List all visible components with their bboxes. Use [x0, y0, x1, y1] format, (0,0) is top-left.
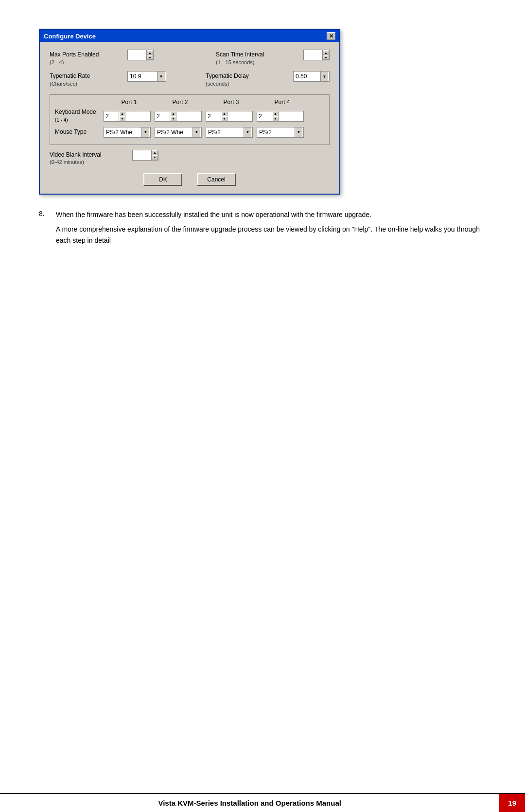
row-max-ports-scan: Max Ports Enabled (2 - 4) 4 ▲ ▼ — [50, 50, 330, 66]
video-blank-up[interactable]: ▲ — [152, 150, 158, 155]
dialog-title: Configure Device — [44, 33, 96, 40]
scan-time-input[interactable]: 7 — [304, 50, 322, 60]
video-blank-label: Video Blank Interval (0-42 minutes) — [50, 150, 132, 166]
video-blank-control: 20 ▲ ▼ — [132, 150, 158, 161]
kb-up-2[interactable]: ▲ — [170, 111, 176, 116]
mouse-val-2: PS/2 Whe — [157, 129, 191, 136]
kb-spinbox-2[interactable]: ▲ ▼ — [155, 111, 202, 122]
keyboard-mode-port3: ▲ ▼ — [206, 111, 253, 122]
mouse-dropdown-2[interactable]: PS/2 Whe ▼ — [155, 127, 202, 138]
mouse-type-label: Mouse Type — [55, 128, 104, 136]
kb-down-4[interactable]: ▼ — [272, 116, 279, 121]
kb-up-4[interactable]: ▲ — [272, 111, 279, 116]
scan-time-control: 7 ▲ ▼ — [303, 50, 330, 60]
typematic-rate-dropdown[interactable]: 10.9 ▼ — [127, 71, 166, 82]
close-icon: ✕ — [329, 33, 333, 39]
typematic-rate-control: 10.9 ▼ — [127, 71, 166, 82]
kb-input-4[interactable] — [257, 111, 272, 121]
keyboard-mode-row: Keyboard Mode (1 - 4) ▲ ▼ — [55, 108, 324, 124]
kb-input-3[interactable] — [206, 111, 221, 121]
keyboard-mode-port2: ▲ ▼ — [155, 111, 202, 122]
kb-arrows-4: ▲ ▼ — [272, 111, 279, 121]
mouse-dropdown-4[interactable]: PS/2 ▼ — [257, 127, 304, 138]
mouse-type-port2: PS/2 Whe ▼ — [155, 127, 202, 138]
configure-device-dialog: Configure Device ✕ Max Ports Enabled (2 … — [39, 29, 340, 195]
kb-arrows-2: ▲ ▼ — [170, 111, 176, 121]
kb-spinbox-3[interactable]: ▲ ▼ — [206, 111, 253, 122]
typematic-rate-label: Typematic Rate (Chars/sec) — [50, 71, 127, 88]
typematic-rate-arrow: ▼ — [157, 72, 165, 81]
typematic-delay-control: 0.50 ▼ — [293, 71, 330, 82]
kb-arrows-1: ▲ ▼ — [119, 111, 125, 121]
mouse-arrow-2: ▼ — [192, 127, 200, 137]
step-8-line2: A more comprehensive explanation of the … — [56, 224, 486, 246]
mouse-type-port3: PS/2 ▼ — [206, 127, 253, 138]
keyboard-mode-label: Keyboard Mode (1 - 4) — [55, 108, 104, 124]
mouse-arrow-3: ▼ — [244, 127, 251, 137]
typematic-delay-label: Typematic Delay (seconds) — [206, 71, 293, 88]
scan-time-label: Scan Time Interval (1 - 15 seconds) — [216, 50, 303, 66]
mouse-type-port1: PS/2 Whe ▼ — [104, 127, 151, 138]
step-8-row: 8. When the firmware has been successful… — [39, 209, 486, 246]
mouse-dropdown-3[interactable]: PS/2 ▼ — [206, 127, 253, 138]
kb-down-2[interactable]: ▼ — [170, 116, 176, 121]
max-ports-up[interactable]: ▲ — [147, 50, 153, 55]
step-8-text: When the firmware has been successfully … — [56, 209, 486, 246]
port-2-header: Port 2 — [155, 99, 206, 106]
mouse-arrow-1: ▼ — [141, 127, 149, 137]
mouse-val-1: PS/2 Whe — [106, 129, 140, 136]
footer-title: Vista KVM-Series Installation and Operat… — [0, 794, 499, 812]
max-ports-down[interactable]: ▼ — [147, 55, 153, 60]
max-ports-label: Max Ports Enabled (2 - 4) — [50, 50, 127, 66]
close-button[interactable]: ✕ — [327, 32, 335, 40]
row-video-blank: Video Blank Interval (0-42 minutes) 20 ▲… — [50, 150, 330, 166]
port-headers: Port 1 Port 2 Port 3 Port 4 — [104, 99, 324, 106]
port-section: Port 1 Port 2 Port 3 Port 4 Keyboard Mod… — [50, 94, 330, 144]
kb-spinbox-4[interactable]: ▲ ▼ — [257, 111, 304, 122]
mouse-val-3: PS/2 — [208, 129, 242, 136]
video-blank-down[interactable]: ▼ — [152, 155, 158, 160]
max-ports-spinbox[interactable]: 4 ▲ ▼ — [127, 50, 154, 60]
cancel-button[interactable]: Cancel — [197, 173, 236, 186]
port-3-header: Port 3 — [206, 99, 257, 106]
page-footer: Vista KVM-Series Installation and Operat… — [0, 793, 525, 812]
scan-time-up[interactable]: ▲ — [323, 50, 329, 55]
mouse-dropdown-1[interactable]: PS/2 Whe ▼ — [104, 127, 151, 138]
max-ports-control: 4 ▲ ▼ — [127, 50, 154, 60]
step-8-line1: When the firmware has been successfully … — [56, 209, 486, 220]
row-typematic: Typematic Rate (Chars/sec) 10.9 ▼ Typema… — [50, 71, 330, 88]
mouse-type-port4: PS/2 ▼ — [257, 127, 304, 138]
step-8-number: 8. — [39, 209, 56, 217]
dialog-body: Max Ports Enabled (2 - 4) 4 ▲ ▼ — [40, 42, 339, 194]
typematic-delay-dropdown[interactable]: 0.50 ▼ — [293, 71, 330, 82]
scan-time-spinbox[interactable]: 7 ▲ ▼ — [303, 50, 330, 60]
footer-page-number: 19 — [499, 794, 525, 812]
mouse-type-row: Mouse Type PS/2 Whe ▼ PS — [55, 127, 324, 138]
port-1-header: Port 1 — [104, 99, 155, 106]
scan-time-down[interactable]: ▼ — [323, 55, 329, 60]
video-blank-arrows: ▲ ▼ — [151, 150, 158, 160]
mouse-type-cells: PS/2 Whe ▼ PS/2 Whe ▼ — [104, 127, 304, 138]
kb-spinbox-1[interactable]: ▲ ▼ — [104, 111, 151, 122]
port-4-header: Port 4 — [257, 99, 308, 106]
kb-down-3[interactable]: ▼ — [221, 116, 228, 121]
dialog-titlebar: Configure Device ✕ — [40, 30, 339, 42]
mouse-arrow-4: ▼ — [295, 127, 302, 137]
mouse-val-4: PS/2 — [259, 129, 293, 136]
kb-input-1[interactable] — [104, 111, 119, 121]
ok-button[interactable]: OK — [143, 173, 182, 186]
keyboard-mode-cells: ▲ ▼ ▲ ▼ — [104, 111, 304, 122]
kb-up-1[interactable]: ▲ — [119, 111, 125, 116]
keyboard-mode-port4: ▲ ▼ — [257, 111, 304, 122]
kb-arrows-3: ▲ ▼ — [221, 111, 228, 121]
max-ports-input[interactable]: 4 — [128, 50, 146, 60]
max-ports-arrows: ▲ ▼ — [146, 50, 153, 60]
keyboard-mode-port1: ▲ ▼ — [104, 111, 151, 122]
kb-up-3[interactable]: ▲ — [221, 111, 228, 116]
typematic-delay-arrow: ▼ — [320, 72, 328, 81]
video-blank-input[interactable]: 20 — [133, 150, 151, 160]
kb-down-1[interactable]: ▼ — [119, 116, 125, 121]
video-blank-spinbox[interactable]: 20 ▲ ▼ — [132, 150, 158, 161]
kb-input-2[interactable] — [155, 111, 170, 121]
scan-time-arrows: ▲ ▼ — [322, 50, 329, 60]
